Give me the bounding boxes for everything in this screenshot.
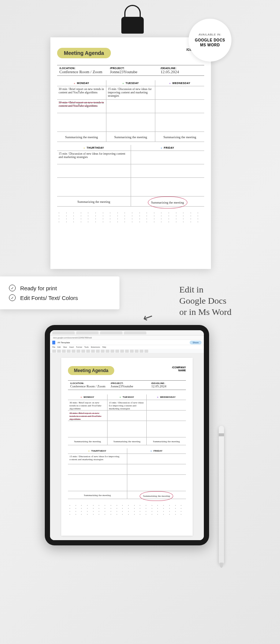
fri-row3 [131, 177, 205, 196]
meta-row: /LOCATION:Conference Room / Zoom /PROJEC… [57, 65, 204, 76]
toolbar-button[interactable] [135, 350, 139, 353]
toolbar-button[interactable] [140, 350, 143, 353]
toolbar-button[interactable] [57, 350, 61, 353]
check-icon: ✓ [9, 285, 16, 291]
week-grid-1: MONDAY 30 min / Brief report on new tren… [57, 80, 204, 142]
agenda-title: Meeting Agenda [57, 48, 111, 58]
mon-row1: 30 min / Brief report on new trends in c… [57, 86, 106, 99]
share-button[interactable]: Share [190, 341, 202, 344]
toolbar-button[interactable] [106, 350, 109, 353]
toolbar-button[interactable] [52, 350, 56, 353]
badge-apps-text: GOOGLE DOCS MS WORD [195, 38, 225, 47]
wed-row1 [155, 86, 204, 99]
toolbar-button[interactable] [120, 350, 124, 353]
week-grid-2: THURTHDAY 15 min / Discussion of new ide… [57, 145, 204, 207]
thu-row1: 15 min / Discussion of new ideas for imp… [57, 151, 131, 164]
toolbar-button[interactable] [67, 350, 71, 353]
google-docs-icon[interactable] [52, 341, 55, 344]
tue-row3 [106, 113, 155, 131]
menu-view[interactable]: View [63, 346, 67, 348]
doc-page: Meeting Agenda /COMPANY NAME /LOCATION:C… [61, 358, 193, 536]
tue-summary: Summarizing the meeting [106, 131, 155, 142]
project-label: /PROJECT: [110, 67, 156, 69]
mon-summary: Summarizing the meeting [57, 131, 106, 142]
agenda-title-2: Meeting Agenda [68, 366, 114, 375]
menu-extensions[interactable]: Extensions [91, 346, 100, 348]
toolbar-button[interactable] [115, 350, 119, 353]
toolbar-button[interactable] [72, 350, 75, 353]
tablet-screen: docs.google.com/document/d/1234567890/ed… [50, 330, 204, 540]
docs-menu-bar: FileEditViewInsertFormatToolsExtensionsH… [50, 345, 204, 349]
day-thursday: THURTHDAY [57, 145, 131, 151]
check-icon: ✓ [9, 294, 16, 301]
notes-dot-grid [57, 211, 204, 224]
paper-mockup: Meeting Agenda /COMPANY NAME /LOCATION:C… [50, 37, 211, 269]
fri-summary: Summarizing the meeting [131, 196, 205, 207]
browser-tab[interactable] [52, 331, 75, 334]
mon-row3 [57, 113, 106, 131]
menu-tools[interactable]: Tools [84, 346, 89, 348]
features-box: ✓Ready for print ✓Edit Fonts/ Text/ Colo… [0, 276, 119, 309]
location-label: /LOCATION: [59, 67, 105, 69]
deadline-label: /DEADLINE: [161, 67, 202, 69]
day-monday: MONDAY [57, 80, 106, 86]
badge-available-label: AVAILABLE IN: [199, 33, 221, 36]
menu-insert[interactable]: Insert [69, 346, 74, 348]
toolbar-button[interactable] [101, 350, 105, 353]
toolbar-button[interactable] [125, 350, 129, 353]
browser-tab[interactable] [124, 331, 146, 334]
menu-file[interactable]: File [52, 346, 55, 348]
tue-row2 [106, 99, 155, 113]
browser-tab[interactable] [100, 331, 122, 334]
wed-summary: Summarizing the meeting [155, 131, 204, 142]
thu-row3 [57, 177, 131, 196]
mon-row2: 30 min / Brief report on new trends in c… [57, 99, 106, 113]
toolbar-button[interactable] [62, 350, 66, 353]
deadline-value: 12.05.2024 [161, 69, 202, 74]
tablet-mockup: docs.google.com/document/d/1234567890/ed… [45, 325, 209, 545]
toolbar-button[interactable] [86, 350, 90, 353]
fri-row2 [131, 164, 205, 177]
availability-badge: AVAILABLE IN: GOOGLE DOCS MS WORD [189, 19, 231, 62]
feature-print: ✓Ready for print [9, 283, 111, 293]
fri-row1 [131, 151, 205, 164]
docs-toolbar [50, 349, 204, 353]
toolbar-button[interactable] [130, 350, 134, 353]
menu-edit[interactable]: Edit [57, 346, 61, 348]
thu-summary: Summarizing the meeting [57, 196, 131, 207]
day-tuesday: TUESDAY [106, 80, 155, 86]
arrow-icon: ↙ [140, 309, 156, 326]
project-value: Jonne23Youtube [110, 69, 156, 74]
wed-row3 [155, 113, 204, 131]
day-wednesday: WEDNESDAY [155, 80, 204, 86]
toolbar-button[interactable] [91, 350, 95, 353]
company-name-2: /COMPANY NAME [172, 366, 186, 372]
menu-format[interactable]: Format [76, 346, 82, 348]
toolbar-button[interactable] [81, 350, 85, 353]
docs-header: A4 Template Share [50, 340, 204, 345]
browser-tabs-bar [50, 330, 204, 335]
docs-canvas[interactable]: Meeting Agenda /COMPANY NAME /LOCATION:C… [50, 353, 204, 540]
doc-title[interactable]: A4 Template [57, 341, 70, 344]
wed-row2 [155, 99, 204, 113]
toolbar-button[interactable] [77, 350, 80, 353]
location-value: Conference Room / Zoom [59, 69, 105, 74]
apple-pencil [219, 426, 224, 564]
menu-help[interactable]: Help [102, 346, 106, 348]
day-friday: FRIDAY [131, 145, 205, 151]
feature-edit: ✓Edit Fonts/ Text/ Colors [9, 293, 111, 303]
binder-clip-decoration [121, 17, 144, 50]
browser-tab[interactable] [76, 331, 99, 334]
toolbar-button[interactable] [144, 350, 148, 353]
url-text: docs.google.com/document/d/1234567890/ed… [53, 337, 92, 339]
toolbar-button[interactable] [111, 350, 114, 353]
tue-row1: 15 min / Discussion of new ideas for imp… [106, 86, 155, 99]
url-bar[interactable]: docs.google.com/document/d/1234567890/ed… [50, 335, 204, 340]
handwritten-callout: Edit in Google Docs or in Ms Word [179, 284, 231, 318]
thu-row2 [57, 164, 131, 177]
toolbar-button[interactable] [96, 350, 100, 353]
